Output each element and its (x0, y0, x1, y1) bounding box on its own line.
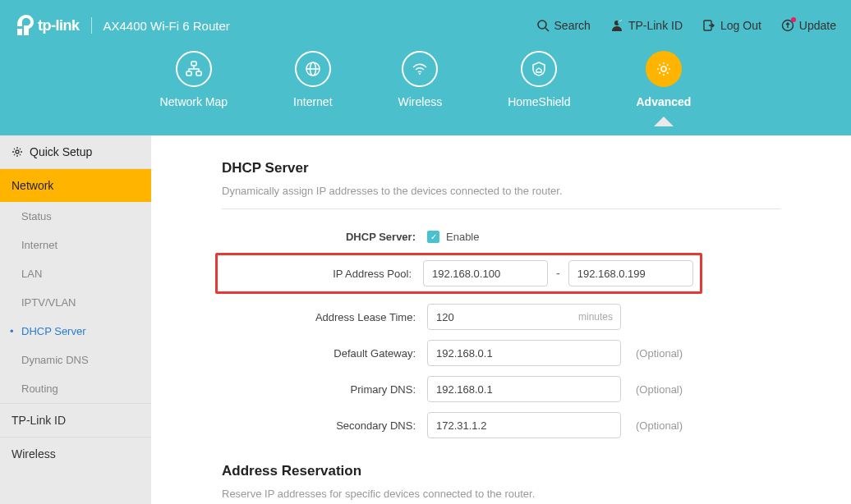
search-action[interactable]: Search (536, 19, 591, 32)
section-title: DHCP Server (222, 160, 780, 176)
sidebar-sub-status[interactable]: Status (0, 202, 151, 231)
network-map-icon (185, 60, 203, 78)
tab-network-map[interactable]: Network Map (160, 51, 228, 108)
secondary-dns-input[interactable] (427, 412, 621, 438)
ip-pool-start-input[interactable] (423, 260, 548, 286)
shield-home-icon (530, 60, 548, 78)
divider (91, 17, 92, 34)
sidebar-sub-internet[interactable]: Internet (0, 231, 151, 259)
tab-wireless[interactable]: Wireless (398, 51, 443, 108)
sidebar-sub-lan[interactable]: LAN (0, 259, 151, 288)
sidebar-sub-routing[interactable]: Routing (0, 374, 151, 403)
sidebar-item-wireless[interactable]: Wireless (0, 437, 151, 470)
optional-text: (Optional) (636, 383, 683, 396)
sidebar-sub-dynamic-dns[interactable]: Dynamic DNS (0, 346, 151, 374)
label-lease-time: Address Lease Time: (222, 311, 427, 323)
sidebar-sub-dhcp-server[interactable]: DHCP Server (0, 317, 151, 346)
ip-pool-end-input[interactable] (568, 260, 693, 286)
label-dhcp-server: DHCP Server: (222, 231, 427, 243)
device-name: AX4400 Wi-Fi 6 Router (104, 19, 230, 33)
tab-advanced[interactable]: Advanced (636, 51, 691, 108)
tplink-id-action[interactable]: TP-Link ID (610, 19, 683, 32)
optional-text: (Optional) (636, 347, 683, 360)
enable-label: Enable (446, 231, 479, 243)
svg-point-15 (661, 66, 666, 71)
ip-pool-highlight: IP Address Pool: - (215, 253, 702, 294)
reservation-description: Reserve IP addresses for specific device… (222, 488, 780, 504)
search-icon (536, 19, 550, 32)
optional-text: (Optional) (636, 419, 683, 432)
default-gateway-input[interactable] (427, 340, 621, 366)
svg-point-5 (618, 20, 623, 25)
wifi-icon (411, 60, 429, 78)
label-ip-pool: IP Address Pool: (224, 268, 423, 280)
svg-rect-9 (186, 71, 191, 76)
label-secondary-dns: Secondary DNS: (222, 419, 427, 432)
reservation-title: Address Reservation (222, 463, 780, 479)
svg-point-14 (419, 73, 421, 75)
svg-point-16 (16, 150, 19, 153)
sidebar-item-network[interactable]: Network (0, 169, 151, 202)
gear-icon (655, 60, 673, 78)
update-badge (791, 17, 796, 22)
update-action[interactable]: Update (781, 19, 836, 32)
lease-unit: minutes (578, 311, 613, 323)
label-primary-dns: Primary DNS: (222, 383, 427, 396)
sidebar-sub-iptv-vlan[interactable]: IPTV/VLAN (0, 288, 151, 317)
logout-icon (702, 19, 715, 32)
svg-line-3 (545, 28, 549, 31)
globe-icon (304, 60, 322, 78)
tplink-logo-icon (15, 15, 34, 36)
dash: - (556, 267, 560, 280)
svg-point-2 (538, 21, 546, 29)
brand-logo: tp-link (15, 15, 80, 36)
person-icon (610, 19, 623, 32)
sidebar: Quick Setup Network Status Internet LAN … (0, 135, 151, 504)
gear-icon (12, 146, 23, 158)
tab-internet[interactable]: Internet (293, 51, 332, 108)
sidebar-item-tplink-id[interactable]: TP-Link ID (0, 403, 151, 437)
svg-rect-10 (196, 71, 201, 76)
label-default-gateway: Default Gateway: (222, 347, 427, 360)
sidebar-item-quick-setup[interactable]: Quick Setup (0, 135, 151, 169)
enable-checkbox[interactable]: ✓ (427, 231, 439, 243)
svg-rect-0 (17, 29, 22, 35)
svg-rect-8 (191, 62, 196, 66)
tab-homeshield[interactable]: HomeShield (508, 51, 570, 108)
section-description: Dynamically assign IP addresses to the d… (222, 185, 780, 209)
logout-action[interactable]: Log Out (702, 19, 761, 32)
primary-dns-input[interactable] (427, 376, 621, 402)
svg-rect-1 (24, 25, 29, 35)
